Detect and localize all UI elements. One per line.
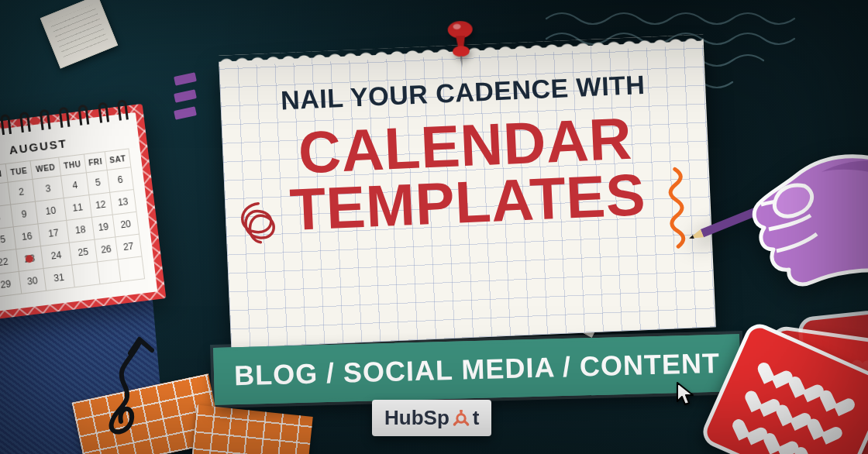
heart-icon xyxy=(814,411,841,438)
heart-icon xyxy=(782,398,809,425)
decorative-dashes xyxy=(174,74,196,126)
svg-point-8 xyxy=(453,423,456,426)
heart-icon xyxy=(795,370,822,396)
heart-icon xyxy=(763,356,790,382)
heart-icon xyxy=(801,440,828,454)
calendar-day: 2 xyxy=(8,179,36,205)
svg-line-6 xyxy=(464,421,467,424)
calendar-day: 31 xyxy=(43,265,74,291)
calendar-grid: SUN MON TUE WED THU FRI SAT 1 2 3 4 5 xyxy=(0,148,145,301)
calendar-day: 6 xyxy=(107,167,134,193)
headline-main-line2: TEMPLATES xyxy=(247,164,688,240)
heart-icon xyxy=(826,383,853,410)
calendar-day: 17 xyxy=(38,220,69,246)
calendar-day: 10 xyxy=(35,198,66,224)
brand-name-part2: Sp xyxy=(424,406,450,429)
headline-main: CALENDAR TEMPLATES xyxy=(245,108,688,239)
calendar-day xyxy=(72,262,100,287)
heart-icon xyxy=(770,426,797,452)
brand-name-part3: t xyxy=(473,406,480,430)
calendar-day: 13 xyxy=(109,190,136,215)
calendar-day xyxy=(118,256,145,282)
curly-arrow-icon xyxy=(85,333,178,445)
calendar-day: 25 xyxy=(69,239,97,265)
calendar-day xyxy=(97,260,120,284)
calendar-day: 3 xyxy=(33,176,64,201)
desk-calendar: AUGUST SUN MON TUE WED THU FRI SAT 1 2 xyxy=(0,104,166,325)
calendar-day: 5 xyxy=(86,170,109,195)
calendar-weekday: FRI xyxy=(84,152,106,173)
cursor-icon xyxy=(674,381,698,411)
heart-icon xyxy=(751,384,778,411)
calendar-day: 29 xyxy=(0,271,22,297)
calendar-day: 16 xyxy=(13,224,41,249)
calendar-day: 12 xyxy=(89,192,112,217)
red-scribble-icon xyxy=(231,194,288,262)
calendar-day: 27 xyxy=(115,234,142,260)
svg-point-9 xyxy=(466,423,469,426)
calendar-day-marked: 23 xyxy=(16,246,43,272)
sprocket-icon xyxy=(453,410,470,427)
calendar-day: 30 xyxy=(19,269,46,294)
svg-point-2 xyxy=(453,46,470,57)
brand-name-part1: Hub xyxy=(384,406,424,429)
calendar-day: 4 xyxy=(61,173,89,198)
pushpin-icon xyxy=(439,18,483,74)
svg-line-5 xyxy=(455,421,458,424)
calendar-day: 26 xyxy=(95,237,118,262)
heart-icon xyxy=(739,412,766,439)
brand-logo: HubSp t xyxy=(372,400,491,436)
calendar-day: 11 xyxy=(64,195,91,221)
calendar-day: 9 xyxy=(10,201,38,227)
svg-marker-11 xyxy=(687,229,704,242)
calendar-day: 20 xyxy=(112,212,140,237)
writing-hand-icon xyxy=(674,116,868,294)
calendar-day: 24 xyxy=(40,242,71,268)
calendar-day: 18 xyxy=(67,217,95,242)
calendar-day: 19 xyxy=(91,215,115,239)
headline-note-card: NAIL YOUR CADENCE WITH CALENDAR TEMPLATE… xyxy=(219,41,716,349)
